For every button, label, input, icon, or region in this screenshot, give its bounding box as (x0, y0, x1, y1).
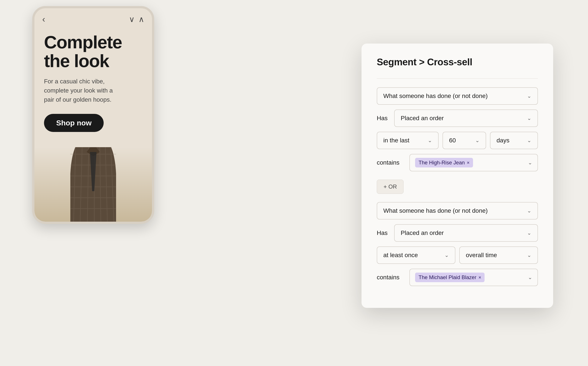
segment-panel: Segment > Cross-sell What someone has do… (361, 44, 553, 308)
phone-nav: ‹ ∨ ∧ (34, 8, 152, 29)
time-unit-dropdown-1[interactable]: days ⌄ (490, 132, 538, 149)
tag-chip-1-close[interactable]: × (467, 160, 470, 165)
has-label-2: Has (377, 229, 390, 236)
time-filter-dropdown-1[interactable]: in the last ⌄ (377, 132, 439, 149)
phone-nav-right: ∨ ∧ (129, 15, 144, 24)
tag-chip-2-close[interactable]: × (478, 275, 481, 280)
contains-label-2: contains (377, 274, 405, 281)
contains-dropdown-1[interactable]: The High-Rise Jean × ⌄ (409, 154, 538, 171)
phone-headline: Complete the look (44, 33, 142, 70)
tag-chip-2: The Michael Plaid Blazer × (415, 273, 485, 282)
main-dropdown-2-label: What someone has done (or not done) (383, 207, 488, 214)
contains-dropdown-2[interactable]: The Michael Plaid Blazer × ⌄ (409, 269, 538, 286)
shop-now-button[interactable]: Shop now (44, 114, 104, 132)
divider-top (377, 78, 538, 79)
time-value-dropdown-1[interactable]: 60 ⌄ (443, 132, 486, 149)
chevron-up-icon[interactable]: ∧ (138, 15, 144, 24)
tag-chip-2-label: The Michael Plaid Blazer (419, 274, 476, 281)
contains-dropdown-1-chevron: ⌄ (528, 160, 532, 166)
person-figure (58, 147, 128, 222)
time-filter-chevron-2: ⌄ (444, 252, 449, 258)
has-dropdown-1[interactable]: Placed an order ⌄ (394, 109, 538, 127)
has-row-1: Has Placed an order ⌄ (377, 109, 538, 127)
condition-block-1: What someone has done (or not done) ⌄ Ha… (377, 87, 538, 171)
has-label-1: Has (377, 115, 390, 122)
segment-title: Segment > Cross-sell (377, 57, 538, 68)
phone-person-bg (34, 147, 152, 222)
main-dropdown-1[interactable]: What someone has done (or not done) ⌄ (377, 87, 538, 105)
tag-chip-1: The High-Rise Jean × (415, 158, 473, 168)
phone-image-area (34, 147, 152, 222)
phone-content: Complete the look For a casual chic vibe… (34, 29, 152, 147)
has-dropdown-2[interactable]: Placed an order ⌄ (394, 224, 538, 242)
time-filter-dropdown-2[interactable]: at least once ⌄ (377, 246, 455, 264)
main-dropdown-1-label: What someone has done (or not done) (383, 92, 488, 99)
contains-row-2: contains The Michael Plaid Blazer × ⌄ (377, 269, 538, 286)
has-dropdown-2-label: Placed an order (401, 229, 444, 236)
has-dropdown-1-chevron: ⌄ (527, 115, 531, 121)
time-unit-chevron-2: ⌄ (527, 252, 531, 258)
contains-label-1: contains (377, 159, 405, 166)
main-dropdown-1-chevron: ⌄ (527, 93, 531, 99)
main-dropdown-2-chevron: ⌄ (527, 208, 531, 214)
time-unit-label-2: overall time (466, 252, 497, 259)
time-unit-label-1: days (496, 137, 509, 144)
time-filter-label-2: at least once (383, 252, 418, 259)
chevron-down-icon[interactable]: ∨ (129, 15, 135, 24)
time-unit-dropdown-2[interactable]: overall time ⌄ (459, 246, 538, 264)
has-dropdown-1-label: Placed an order (401, 115, 444, 122)
time-filter-label-1: in the last (383, 137, 409, 144)
tag-chip-1-label: The High-Rise Jean (419, 160, 465, 166)
has-row-2: Has Placed an order ⌄ (377, 224, 538, 242)
condition-block-2: What someone has done (or not done) ⌄ Ha… (377, 202, 538, 286)
has-dropdown-2-chevron: ⌄ (527, 230, 531, 236)
time-value-label-1: 60 (449, 137, 456, 144)
contains-dropdown-2-chevron: ⌄ (528, 274, 532, 281)
time-unit-chevron-1: ⌄ (527, 137, 531, 144)
time-row-2: at least once ⌄ overall time ⌄ (377, 246, 538, 264)
phone-subtext: For a casual chic vibe, complete your lo… (44, 77, 118, 104)
time-filter-chevron-1: ⌄ (428, 137, 432, 144)
phone-mockup: ‹ ∨ ∧ Complete the look For a casual chi… (32, 6, 154, 224)
main-dropdown-2[interactable]: What someone has done (or not done) ⌄ (377, 202, 538, 220)
time-value-chevron-1: ⌄ (475, 137, 480, 144)
or-button[interactable]: + OR (377, 180, 404, 194)
time-row-1: in the last ⌄ 60 ⌄ days ⌄ (377, 132, 538, 149)
back-icon[interactable]: ‹ (42, 14, 45, 24)
contains-row-1: contains The High-Rise Jean × ⌄ (377, 154, 538, 171)
